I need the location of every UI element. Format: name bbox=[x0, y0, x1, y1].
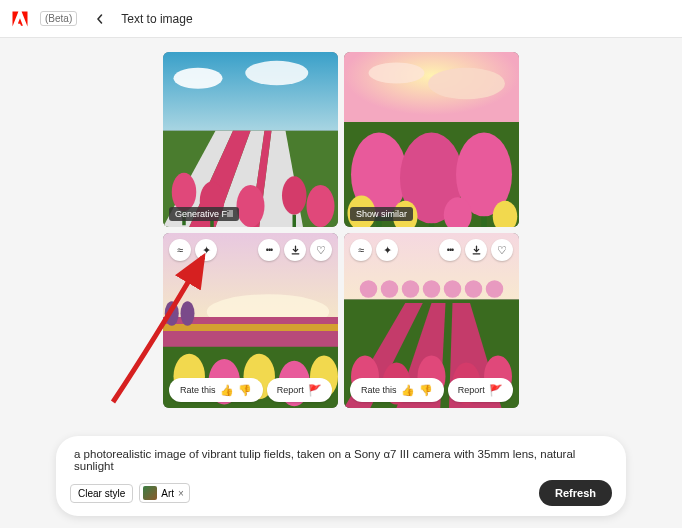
download-icon[interactable] bbox=[284, 239, 306, 261]
report-button[interactable]: Report 🚩 bbox=[448, 378, 513, 402]
more-icon[interactable]: ••• bbox=[439, 239, 461, 261]
svg-point-38 bbox=[360, 280, 378, 298]
thumbs-up-icon[interactable]: 👍 bbox=[401, 384, 415, 397]
rate-label: Rate this bbox=[361, 385, 397, 395]
svg-point-11 bbox=[237, 185, 265, 227]
edit-icon[interactable]: ✦ bbox=[195, 239, 217, 261]
svg-point-13 bbox=[307, 185, 335, 227]
thumbs-down-icon[interactable]: 👎 bbox=[419, 384, 433, 397]
svg-point-39 bbox=[381, 280, 399, 298]
svg-point-12 bbox=[282, 176, 307, 215]
flag-icon: 🚩 bbox=[308, 384, 322, 397]
svg-point-15 bbox=[428, 68, 505, 100]
style-chip-label: Art bbox=[161, 488, 174, 499]
thumbs-down-icon[interactable]: 👎 bbox=[238, 384, 252, 397]
style-controls: Clear style Art × bbox=[70, 483, 190, 503]
prompt-bar: a photorealistic image of vibrant tulip … bbox=[56, 436, 626, 516]
tile-bottom-actions: Rate this 👍 👎 Report 🚩 bbox=[350, 378, 513, 402]
flag-icon: 🚩 bbox=[489, 384, 503, 397]
tile-actions-right: ••• ♡ bbox=[439, 239, 513, 261]
result-tile-3[interactable]: ≈ ✦ ••• ♡ Rate this 👍 👎 Report 🚩 bbox=[163, 233, 338, 408]
svg-rect-0 bbox=[163, 52, 338, 131]
tile-actions-left: ≈ ✦ bbox=[350, 239, 398, 261]
result-tile-2[interactable]: Show similar bbox=[344, 52, 519, 227]
report-button[interactable]: Report 🚩 bbox=[267, 378, 332, 402]
rate-label: Rate this bbox=[180, 385, 216, 395]
back-chevron-icon[interactable] bbox=[93, 12, 107, 26]
svg-point-36 bbox=[181, 301, 195, 326]
style-swatch-icon bbox=[143, 486, 157, 500]
adobe-logo-icon bbox=[10, 9, 30, 29]
svg-point-40 bbox=[402, 280, 420, 298]
svg-point-35 bbox=[165, 301, 179, 326]
rate-button[interactable]: Rate this 👍 👎 bbox=[350, 378, 444, 402]
favorite-icon[interactable]: ♡ bbox=[491, 239, 513, 261]
remove-style-icon[interactable]: × bbox=[178, 488, 184, 499]
refresh-button[interactable]: Refresh bbox=[539, 480, 612, 506]
report-label: Report bbox=[458, 385, 485, 395]
svg-point-41 bbox=[423, 280, 441, 298]
beta-badge: (Beta) bbox=[40, 11, 77, 26]
thumbnail-image bbox=[344, 52, 519, 227]
tile-bottom-actions: Rate this 👍 👎 Report 🚩 bbox=[169, 378, 332, 402]
svg-point-9 bbox=[172, 173, 197, 212]
breadcrumb: Text to image bbox=[121, 12, 192, 26]
svg-point-42 bbox=[444, 280, 462, 298]
clear-style-button[interactable]: Clear style bbox=[70, 484, 133, 503]
app-header: (Beta) Text to image bbox=[0, 0, 682, 38]
edit-icon[interactable]: ✦ bbox=[376, 239, 398, 261]
download-icon[interactable] bbox=[465, 239, 487, 261]
show-similar-label[interactable]: Show similar bbox=[350, 207, 413, 221]
favorite-icon[interactable]: ♡ bbox=[310, 239, 332, 261]
result-grid: Generative Fill Show simila bbox=[163, 52, 519, 408]
show-similar-icon[interactable]: ≈ bbox=[350, 239, 372, 261]
gallery-region: Generative Fill Show simila bbox=[0, 38, 682, 408]
show-similar-icon[interactable]: ≈ bbox=[169, 239, 191, 261]
svg-point-1 bbox=[174, 68, 223, 89]
tile-actions-right: ••• ♡ bbox=[258, 239, 332, 261]
prompt-input[interactable]: a photorealistic image of vibrant tulip … bbox=[70, 446, 612, 480]
result-tile-4[interactable]: ≈ ✦ ••• ♡ Rate this 👍 👎 Report 🚩 bbox=[344, 233, 519, 408]
rate-button[interactable]: Rate this 👍 👎 bbox=[169, 378, 263, 402]
style-chip[interactable]: Art × bbox=[139, 483, 190, 503]
tile-actions-left: ≈ ✦ bbox=[169, 239, 217, 261]
svg-point-16 bbox=[369, 63, 425, 84]
prompt-bar-region: a photorealistic image of vibrant tulip … bbox=[0, 436, 682, 516]
thumbnail-image bbox=[163, 52, 338, 227]
result-tile-1[interactable]: Generative Fill bbox=[163, 52, 338, 227]
generative-fill-label[interactable]: Generative Fill bbox=[169, 207, 239, 221]
svg-point-43 bbox=[465, 280, 483, 298]
report-label: Report bbox=[277, 385, 304, 395]
svg-point-2 bbox=[245, 61, 308, 86]
thumbs-up-icon[interactable]: 👍 bbox=[220, 384, 234, 397]
prompt-controls: Clear style Art × Refresh bbox=[70, 480, 612, 506]
more-icon[interactable]: ••• bbox=[258, 239, 280, 261]
svg-point-44 bbox=[486, 280, 504, 298]
